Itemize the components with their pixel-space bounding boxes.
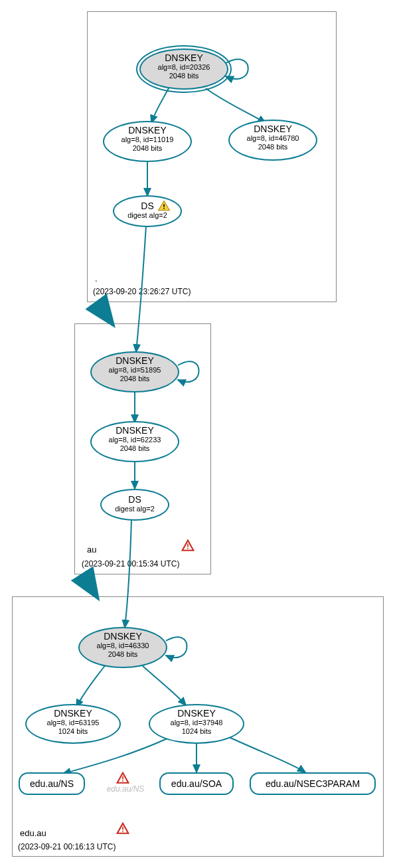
node-sub2: 1024 bits	[150, 727, 243, 736]
node-sub: alg=8, id=37948	[150, 719, 243, 727]
svg-rect-0	[163, 205, 165, 207]
warning-icon	[157, 199, 171, 213]
node-title: DNSKEY	[230, 124, 316, 134]
node-sub: alg=8, id=11019	[104, 135, 191, 144]
au-zsk-node: DNSKEY alg=8, id=62233 2048 bits	[90, 421, 179, 462]
zone-root-timestamp: (2023-09-20 23:26:27 UTC)	[93, 287, 191, 296]
node-title: DNSKEY	[92, 355, 178, 366]
error-icon	[181, 539, 195, 553]
edu-zsk1-node: DNSKEY alg=8, id=63195 1024 bits	[25, 704, 121, 744]
node-sub: alg=8, id=20326	[141, 63, 227, 72]
zone-edu-label: edu.au	[20, 828, 46, 838]
node-sub2: 2048 bits	[92, 375, 178, 383]
svg-rect-4	[122, 776, 123, 780]
root-zsk1-node: DNSKEY alg=8, id=11019 2048 bits	[103, 121, 192, 162]
node-sub2: 2048 bits	[141, 72, 227, 80]
svg-rect-6	[122, 827, 123, 830]
node-title: DNSKEY	[27, 708, 119, 719]
node-title: DNSKEY	[92, 425, 178, 436]
node-sub: alg=8, id=46330	[80, 642, 166, 650]
node-sub: alg=8, id=62233	[92, 436, 178, 444]
rr-nsec3-node: edu.au/NSEC3PARAM	[250, 772, 376, 795]
node-sub2: 2048 bits	[92, 444, 178, 453]
error-icon	[116, 772, 129, 785]
root-ksk-node: DNSKEY alg=8, id=20326 2048 bits	[139, 48, 228, 90]
au-ds-node: DS digest alg=2	[100, 489, 169, 521]
zone-au-label: au	[87, 545, 96, 555]
node-sub: alg=8, id=51895	[92, 366, 178, 375]
node-sub: digest alg=2	[102, 505, 168, 513]
node-title: DNSKEY	[80, 631, 166, 642]
root-ds-node: DS digest alg=2	[113, 195, 182, 227]
node-sub: digest alg=2	[114, 211, 181, 220]
zone-root-label: .	[95, 274, 98, 284]
edu-zsk2-node: DNSKEY alg=8, id=37948 1024 bits	[149, 704, 244, 744]
node-sub2: 2048 bits	[104, 144, 191, 153]
node-sub2: 1024 bits	[27, 727, 119, 736]
rr-ns-faded-label: edu.au/NS	[107, 784, 145, 794]
node-sub2: 2048 bits	[80, 650, 166, 659]
rr-ns-node: edu.au/NS	[19, 772, 85, 795]
diagram-canvas: . (2023-09-20 23:26:27 UTC) au (2023-09-…	[0, 0, 395, 868]
edu-ksk-node: DNSKEY alg=8, id=46330 2048 bits	[78, 627, 167, 668]
node-title: DNSKEY	[150, 708, 243, 719]
rr-soa-node: edu.au/SOA	[159, 772, 234, 795]
au-ksk-node: DNSKEY alg=8, id=51895 2048 bits	[90, 351, 179, 392]
node-sub2: 2048 bits	[230, 143, 316, 151]
node-title: DS	[114, 201, 181, 211]
svg-rect-5	[122, 780, 123, 782]
zone-au-timestamp: (2023-09-21 00:15:34 UTC)	[82, 559, 179, 568]
root-zsk2-node: DNSKEY alg=8, id=46780 2048 bits	[228, 120, 317, 161]
node-title: DNSKEY	[141, 52, 227, 63]
svg-rect-7	[122, 831, 123, 832]
zone-edu-timestamp: (2023-09-21 00:16:13 UTC)	[18, 842, 116, 851]
node-sub: alg=8, id=46780	[230, 134, 316, 143]
node-sub: alg=8, id=63195	[27, 719, 119, 727]
node-title: DS	[102, 494, 168, 505]
error-icon	[116, 822, 129, 835]
node-title: DNSKEY	[104, 125, 191, 135]
svg-rect-2	[187, 544, 189, 547]
svg-rect-1	[163, 208, 165, 209]
svg-rect-3	[187, 548, 189, 549]
